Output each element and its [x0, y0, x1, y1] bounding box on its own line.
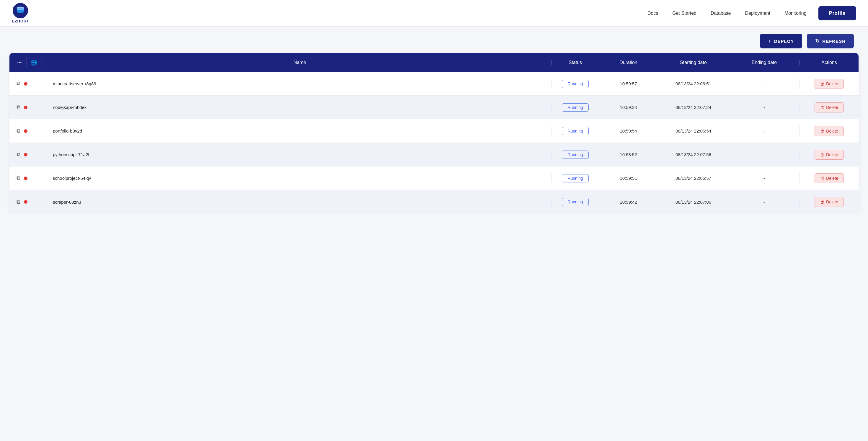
- navbar: EZHOST Docs Get Started Database Deploym…: [0, 0, 868, 27]
- logo-icon: [13, 3, 28, 18]
- row-end-1: -: [728, 105, 800, 110]
- table-row: ⧉ nodejsapi-mhdek Running 10:59:24 08/13…: [9, 96, 859, 119]
- row-start-2: 08/13/24 22:06:54: [658, 128, 728, 133]
- row-actions-2: 🗑 Delete: [800, 126, 859, 136]
- row-end-0: -: [728, 81, 800, 86]
- external-link-icon[interactable]: ⧉: [17, 151, 20, 158]
- row-duration-0: 10:59:57: [599, 81, 658, 86]
- trash-icon: 🗑: [820, 199, 824, 204]
- deploy-button[interactable]: + DEPLOY: [760, 34, 802, 49]
- th-name: Name: [48, 60, 552, 65]
- status-badge-2: Running: [562, 127, 588, 135]
- row-status-4: Running: [552, 174, 599, 182]
- status-badge-4: Running: [562, 174, 588, 182]
- th-actions: Actions: [800, 60, 859, 65]
- external-link-icon[interactable]: ⧉: [17, 199, 20, 205]
- table-header: 〜 🌐 Name Status Duration Starting date E…: [9, 53, 859, 72]
- delete-button-4[interactable]: 🗑 Delete: [814, 173, 843, 183]
- profile-button[interactable]: Profile: [818, 6, 856, 20]
- delete-button-1[interactable]: 🗑 Delete: [814, 102, 843, 113]
- row-actions-0: 🗑 Delete: [800, 79, 859, 89]
- nav-get-started[interactable]: Get Started: [672, 11, 696, 16]
- row-status-3: Running: [552, 151, 599, 159]
- external-link-icon[interactable]: ⧉: [17, 128, 20, 134]
- delete-label: Delete: [826, 129, 838, 133]
- status-badge-1: Running: [562, 103, 588, 112]
- logo: EZHOST: [12, 3, 29, 23]
- row-icons-3: ⧉: [9, 151, 48, 158]
- table-body: ⧉ minecraftserver-r8g89 Running 10:59:57…: [9, 72, 859, 214]
- status-badge-5: Running: [562, 198, 588, 206]
- row-icons-0: ⧉: [9, 81, 48, 87]
- row-actions-4: 🗑 Delete: [800, 173, 859, 183]
- row-start-3: 08/13/24 22:07:56: [658, 152, 728, 157]
- nav-database[interactable]: Database: [711, 11, 731, 16]
- status-dot: [24, 200, 27, 204]
- external-link-icon[interactable]: ⧉: [17, 175, 20, 181]
- refresh-button[interactable]: ↻ REFRESH: [807, 34, 854, 49]
- row-name-4: schoolproject-54iqv: [48, 176, 552, 181]
- row-icons-2: ⧉: [9, 128, 48, 134]
- row-status-2: Running: [552, 127, 599, 135]
- delete-label: Delete: [826, 176, 838, 181]
- status-badge-0: Running: [562, 80, 588, 88]
- row-icons-4: ⧉: [9, 175, 48, 181]
- row-status-1: Running: [552, 103, 599, 112]
- nav-deployment[interactable]: Deployment: [745, 11, 770, 16]
- trash-icon: 🗑: [820, 105, 824, 110]
- svg-point-5: [17, 10, 24, 13]
- row-end-2: -: [728, 128, 800, 133]
- th-status: Status: [552, 60, 599, 65]
- row-start-0: 08/13/24 22:06:51: [658, 81, 728, 86]
- logo-text: EZHOST: [12, 19, 29, 23]
- table-row: ⧉ minecraftserver-r8g89 Running 10:59:57…: [9, 72, 859, 96]
- delete-button-5[interactable]: 🗑 Delete: [814, 197, 843, 207]
- th-starting-date: Starting date: [658, 60, 728, 65]
- row-actions-1: 🗑 Delete: [800, 102, 859, 113]
- th-ending-date: Ending date: [728, 60, 800, 65]
- delete-button-3[interactable]: 🗑 Delete: [814, 150, 843, 160]
- delete-label: Delete: [826, 199, 838, 204]
- row-end-5: -: [728, 199, 800, 204]
- external-link-icon[interactable]: ⧉: [17, 81, 20, 87]
- table-row: ⧉ scraper-88zn3 Running 10:59:42 08/13/2…: [9, 190, 859, 214]
- nav-links: Docs Get Started Database Deployment Mon…: [647, 11, 807, 16]
- delete-label: Delete: [826, 105, 838, 110]
- row-duration-4: 10:59:51: [599, 176, 658, 181]
- row-name-0: minecraftserver-r8g89: [48, 81, 552, 86]
- status-dot: [24, 177, 27, 180]
- chart-icon: 〜: [17, 59, 22, 66]
- table-row: ⧉ schoolproject-54iqv Running 10:59:51 0…: [9, 166, 859, 190]
- header-divider-1: [27, 57, 27, 68]
- delete-button-0[interactable]: 🗑 Delete: [814, 79, 843, 89]
- row-duration-3: 10:58:52: [599, 152, 658, 157]
- refresh-icon: ↻: [815, 38, 820, 44]
- row-end-3: -: [728, 152, 800, 157]
- row-actions-3: 🗑 Delete: [800, 150, 859, 160]
- delete-button-2[interactable]: 🗑 Delete: [814, 126, 843, 136]
- row-end-4: -: [728, 176, 800, 181]
- nav-monitoring[interactable]: Monitoring: [784, 11, 807, 16]
- row-actions-5: 🗑 Delete: [800, 197, 859, 207]
- row-icons-5: ⧉: [9, 199, 48, 205]
- row-name-2: portfolio-b3v2d: [48, 128, 552, 133]
- row-status-0: Running: [552, 80, 599, 88]
- nav-docs[interactable]: Docs: [647, 11, 658, 16]
- toolbar: + DEPLOY ↻ REFRESH: [0, 27, 868, 53]
- status-dot: [24, 82, 27, 86]
- th-duration: Duration: [599, 60, 658, 65]
- status-badge-3: Running: [562, 151, 588, 159]
- globe-icon: 🌐: [30, 59, 37, 66]
- external-link-icon[interactable]: ⧉: [17, 104, 20, 111]
- deployments-table: 〜 🌐 Name Status Duration Starting date E…: [9, 53, 859, 214]
- trash-icon: 🗑: [820, 176, 824, 181]
- row-name-3: pythonscript-71a2f: [48, 152, 552, 157]
- status-dot: [24, 153, 27, 156]
- header-icons: 〜 🌐: [9, 57, 48, 68]
- row-name-1: nodejsapi-mhdek: [48, 105, 552, 110]
- row-status-5: Running: [552, 198, 599, 206]
- row-start-1: 08/13/24 22:07:24: [658, 105, 728, 110]
- row-name-5: scraper-88zn3: [48, 199, 552, 204]
- row-start-5: 08/13/24 22:07:06: [658, 199, 728, 204]
- table-row: ⧉ portfolio-b3v2d Running 10:59:54 08/13…: [9, 119, 859, 143]
